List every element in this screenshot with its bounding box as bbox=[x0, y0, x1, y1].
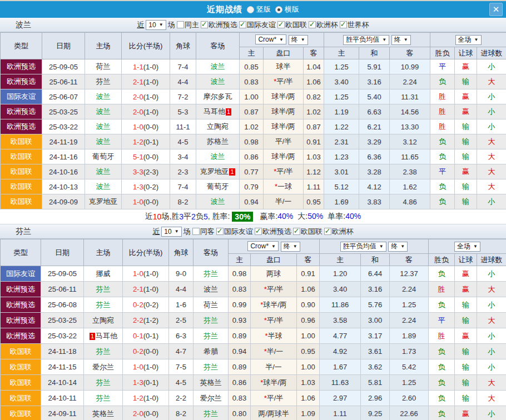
competition-filter-2[interactable]: 欧国联 bbox=[277, 20, 307, 30]
away-team-name: 马耳他 bbox=[204, 107, 225, 116]
summary-stat-1: 大:50% bbox=[297, 212, 323, 222]
handicap-home-odds: 0.83 bbox=[229, 282, 251, 297]
odds-final-select[interactable]: 终▼ bbox=[281, 242, 300, 252]
avg-away-odds: 11.65 bbox=[390, 149, 430, 164]
match-row: 欧洲预选 25-06-11 芬兰 2-1(1-0) 4-4 波兰 0.83 *平… bbox=[1, 74, 506, 89]
sub-col-header-3: 主 bbox=[320, 254, 361, 266]
sub-col-header-7: 让球 bbox=[455, 47, 477, 59]
away-team-name: 立陶宛 bbox=[207, 122, 229, 131]
handicap-away-odds: 0.82 bbox=[304, 89, 324, 104]
layout-vertical-radio[interactable]: 竖版 bbox=[247, 4, 271, 14]
summary-text: 场,胜 bbox=[161, 212, 179, 222]
away-team: 波兰 bbox=[194, 282, 229, 297]
avg-draw-odds: 3.16 bbox=[361, 282, 390, 297]
fullmatch-select[interactable]: 全场▼ bbox=[455, 35, 482, 45]
avg-draw-odds: 3.61 bbox=[361, 344, 390, 359]
result-cell: 负 bbox=[429, 406, 455, 420]
match-row: 欧国联 24-10-11 芬兰 1-2(1-0) 2-2 爱尔兰 0.83 *平… bbox=[1, 391, 506, 406]
handicap-line: *平/半 bbox=[264, 164, 304, 179]
away-team: 英格兰 bbox=[194, 375, 229, 391]
recent-count-select[interactable]: 10▼ bbox=[161, 227, 181, 237]
home-team-name: 荷兰 bbox=[96, 62, 111, 71]
close-button[interactable]: ✕ bbox=[489, 3, 503, 16]
home-team-name: 芬兰 bbox=[96, 394, 111, 402]
goals-result-cell: 小 bbox=[477, 328, 506, 344]
same-venue-filter[interactable]: 同客 bbox=[192, 227, 215, 237]
match-date: 25-03-22 bbox=[42, 119, 85, 134]
odds-source-select[interactable]: Crow*▼ bbox=[247, 241, 279, 251]
avg-home-odds: 1.23 bbox=[324, 149, 359, 164]
handicap-away-odds: 1.03 bbox=[297, 375, 320, 391]
match-row: 欧洲预选 25-03-25 立陶宛 2-2(1-2) 2-5 芬兰 0.93 *… bbox=[1, 313, 506, 328]
wdl-final-select[interactable]: 终▼ bbox=[391, 35, 411, 45]
match-row: 国际友谊 25-06-07 波兰 2-0(1-0) 7-2 摩尔多瓦 1.00 … bbox=[1, 89, 506, 104]
stat-value: 40% bbox=[277, 212, 293, 221]
rank-badge: 1 bbox=[226, 108, 231, 116]
handicap-away-odds: 1.03 bbox=[304, 149, 324, 164]
away-team: 荷兰 bbox=[194, 297, 229, 313]
competition-filter-4[interactable]: 世界杯 bbox=[340, 20, 369, 30]
wdl-final-select[interactable]: 终▼ bbox=[388, 242, 408, 252]
competition-filter-3[interactable]: 欧洲杯 bbox=[309, 20, 338, 30]
halftime-score: (1-0) bbox=[143, 108, 158, 116]
result-cell: 平 bbox=[429, 313, 455, 328]
handicap-home-odds: 0.99 bbox=[229, 297, 251, 313]
home-team-name: 波兰 bbox=[96, 182, 111, 191]
competition-filter-1[interactable]: 欧洲预选 bbox=[255, 227, 291, 237]
matches-table-1: 类型日期主场比分(半场)角球客场 Crow*▼ 终▼ 胜平负均值▼ 终▼ 全场▼… bbox=[0, 239, 506, 420]
handicap-line: 两球 bbox=[251, 266, 297, 282]
same-venue-filter[interactable]: 同主 bbox=[177, 20, 199, 30]
layout-horizontal-radio[interactable]: 横版 bbox=[275, 4, 299, 14]
competition-filter-0[interactable]: 欧洲预选 bbox=[201, 20, 237, 30]
competition-filter-3[interactable]: 欧洲杯 bbox=[324, 227, 354, 237]
handicap-result-cell: 赢 bbox=[455, 164, 477, 179]
goals-result-cell: 小 bbox=[477, 89, 506, 104]
competition-filter-1[interactable]: 国际友谊 bbox=[239, 20, 276, 30]
home-team: 波兰 bbox=[85, 164, 122, 179]
match-row: 欧洲预选 25-03-22 波兰 1-0(0-0) 11-1 立陶宛 1.02 … bbox=[1, 119, 506, 134]
handicap-result-cell: 赢 bbox=[455, 59, 477, 74]
handicap-result-cell: 输 bbox=[455, 313, 477, 328]
score: 0-2(0-2) bbox=[123, 297, 169, 313]
handicap-away-odds: 0.95 bbox=[304, 194, 324, 209]
sub-col-header-4: 和 bbox=[359, 47, 390, 59]
goals-result-cell: 小 bbox=[477, 59, 506, 74]
handicap-line: 球半/两 bbox=[264, 119, 304, 134]
recent-count-select[interactable]: 10▼ bbox=[146, 20, 166, 30]
fulltime-score: 1-3 bbox=[133, 183, 143, 191]
avg-draw-odds: 3.16 bbox=[359, 74, 390, 89]
checkbox-checked-icon bbox=[324, 228, 331, 235]
odds-final-select[interactable]: 终▼ bbox=[289, 35, 308, 45]
handicap-away-odds: 0.95 bbox=[297, 344, 320, 359]
home-team: 英格兰 bbox=[84, 406, 123, 420]
corners: 4-4 bbox=[170, 74, 196, 89]
competition-filter-2[interactable]: 欧国联 bbox=[293, 227, 323, 237]
match-type: 欧洲预选 bbox=[1, 104, 42, 119]
sub-col-header-0: 主 bbox=[229, 254, 251, 266]
sub-col-header-2: 客 bbox=[304, 47, 324, 59]
goals-result-cell: 大 bbox=[477, 134, 506, 149]
competition-filter-0[interactable]: 国际友谊 bbox=[216, 227, 253, 237]
match-row: 国际友谊 25-09-05 挪威 1-0(1-0) 9-0 芬兰 0.98 两球… bbox=[1, 266, 506, 282]
match-type: 欧洲预选 bbox=[1, 328, 41, 344]
away-team: 芬兰 bbox=[194, 406, 229, 420]
summary-stat-0: 赢率:40% bbox=[260, 212, 293, 222]
avg-draw-odds: 3.00 bbox=[361, 313, 390, 328]
wdl-mean-select[interactable]: 胜平负均值▼ bbox=[343, 35, 389, 45]
handicap-line: *平/半 bbox=[251, 282, 297, 297]
match-date: 24-09-09 bbox=[42, 194, 85, 209]
wdl-mean-select[interactable]: 胜平负均值▼ bbox=[340, 242, 386, 252]
avg-away-odds: 2.24 bbox=[390, 313, 429, 328]
odds-source-select[interactable]: Crow*▼ bbox=[255, 34, 286, 44]
home-team-name: 波兰 bbox=[96, 107, 111, 116]
home-team: 1马耳他 bbox=[84, 328, 123, 344]
result-cell: 负 bbox=[430, 149, 455, 164]
corners: 2-5 bbox=[169, 313, 194, 328]
away-team-name: 芬兰 bbox=[204, 363, 218, 371]
match-type: 欧国联 bbox=[1, 375, 41, 391]
fullmatch-select[interactable]: 全场▼ bbox=[454, 242, 480, 252]
sub-col-header-1: 盘口 bbox=[264, 47, 304, 59]
halftime-score: (0-2) bbox=[143, 301, 158, 309]
match-type: 欧洲预选 bbox=[1, 74, 42, 89]
match-date: 25-03-22 bbox=[41, 328, 84, 344]
